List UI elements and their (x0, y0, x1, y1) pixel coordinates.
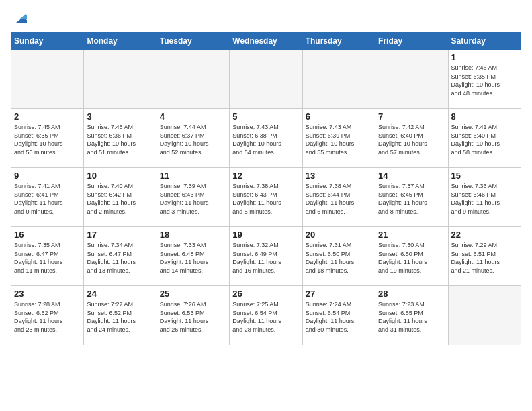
day-info: Sunrise: 7:30 AM Sunset: 6:50 PM Dayligh… (378, 241, 445, 275)
weekday-header-thursday: Thursday (302, 33, 375, 50)
day-info: Sunrise: 7:41 AM Sunset: 6:41 PM Dayligh… (14, 182, 81, 216)
day-info: Sunrise: 7:45 AM Sunset: 6:36 PM Dayligh… (87, 123, 153, 156)
calendar-cell (84, 50, 157, 109)
day-number: 14 (378, 171, 445, 181)
day-number: 21 (378, 230, 445, 240)
day-number: 11 (160, 171, 226, 181)
day-info: Sunrise: 7:42 AM Sunset: 6:40 PM Dayligh… (378, 123, 445, 156)
day-info: Sunrise: 7:35 AM Sunset: 6:47 PM Dayligh… (14, 241, 81, 275)
day-info: Sunrise: 7:23 AM Sunset: 6:55 PM Dayligh… (378, 300, 445, 334)
calendar-cell: 7Sunrise: 7:42 AM Sunset: 6:40 PM Daylig… (375, 109, 448, 168)
logo (11, 11, 27, 26)
day-number: 24 (87, 289, 153, 299)
calendar-cell: 26Sunrise: 7:25 AM Sunset: 6:54 PM Dayli… (230, 286, 302, 345)
day-info: Sunrise: 7:40 AM Sunset: 6:42 PM Dayligh… (87, 182, 153, 216)
calendar-cell: 2Sunrise: 7:45 AM Sunset: 6:35 PM Daylig… (11, 109, 84, 168)
day-info: Sunrise: 7:41 AM Sunset: 6:40 PM Dayligh… (451, 123, 518, 156)
day-number: 23 (14, 289, 81, 299)
day-info: Sunrise: 7:36 AM Sunset: 6:46 PM Dayligh… (451, 182, 518, 216)
weekday-header-monday: Monday (84, 33, 157, 50)
calendar-cell: 17Sunrise: 7:34 AM Sunset: 6:47 PM Dayli… (84, 227, 157, 286)
day-number: 5 (232, 111, 299, 122)
weekday-header-tuesday: Tuesday (157, 33, 229, 50)
day-info: Sunrise: 7:27 AM Sunset: 6:52 PM Dayligh… (87, 300, 153, 334)
calendar-cell: 4Sunrise: 7:44 AM Sunset: 6:37 PM Daylig… (157, 109, 229, 168)
calendar-cell: 11Sunrise: 7:39 AM Sunset: 6:43 PM Dayli… (157, 168, 229, 227)
day-number: 27 (306, 289, 372, 299)
calendar-table: SundayMondayTuesdayWednesdayThursdayFrid… (11, 32, 521, 345)
svg-marker-1 (20, 14, 27, 19)
calendar-cell: 22Sunrise: 7:29 AM Sunset: 6:51 PM Dayli… (448, 227, 521, 286)
day-info: Sunrise: 7:24 AM Sunset: 6:54 PM Dayligh… (306, 300, 372, 334)
calendar-cell (375, 50, 448, 109)
logo-icon (12, 11, 27, 26)
day-number: 7 (378, 111, 445, 122)
calendar-cell: 14Sunrise: 7:37 AM Sunset: 6:45 PM Dayli… (375, 168, 448, 227)
day-number: 3 (87, 111, 153, 122)
day-info: Sunrise: 7:45 AM Sunset: 6:35 PM Dayligh… (14, 123, 81, 156)
day-number: 1 (451, 52, 518, 62)
calendar-cell: 18Sunrise: 7:33 AM Sunset: 6:48 PM Dayli… (157, 227, 229, 286)
weekday-header-wednesday: Wednesday (230, 33, 302, 50)
day-info: Sunrise: 7:46 AM Sunset: 6:35 PM Dayligh… (451, 64, 518, 97)
day-number: 16 (14, 230, 81, 240)
calendar-cell: 3Sunrise: 7:45 AM Sunset: 6:36 PM Daylig… (84, 109, 157, 168)
day-info: Sunrise: 7:38 AM Sunset: 6:43 PM Dayligh… (232, 182, 299, 216)
calendar-cell: 10Sunrise: 7:40 AM Sunset: 6:42 PM Dayli… (84, 168, 157, 227)
day-info: Sunrise: 7:31 AM Sunset: 6:50 PM Dayligh… (306, 241, 372, 275)
day-info: Sunrise: 7:43 AM Sunset: 6:38 PM Dayligh… (232, 123, 299, 156)
day-number: 15 (451, 171, 518, 181)
day-number: 10 (87, 171, 153, 181)
day-number: 4 (160, 111, 226, 122)
day-number: 19 (232, 230, 299, 240)
day-number: 22 (451, 230, 518, 240)
week-row-5: 23Sunrise: 7:28 AM Sunset: 6:52 PM Dayli… (11, 286, 521, 345)
day-info: Sunrise: 7:32 AM Sunset: 6:49 PM Dayligh… (232, 241, 299, 275)
day-number: 2 (14, 111, 81, 122)
day-info: Sunrise: 7:38 AM Sunset: 6:44 PM Dayligh… (306, 182, 372, 216)
week-row-3: 9Sunrise: 7:41 AM Sunset: 6:41 PM Daylig… (11, 168, 521, 227)
week-row-4: 16Sunrise: 7:35 AM Sunset: 6:47 PM Dayli… (11, 227, 521, 286)
day-number: 6 (306, 111, 372, 122)
day-info: Sunrise: 7:43 AM Sunset: 6:39 PM Dayligh… (306, 123, 372, 156)
calendar-cell: 8Sunrise: 7:41 AM Sunset: 6:40 PM Daylig… (448, 109, 521, 168)
weekday-header-sunday: Sunday (11, 33, 84, 50)
day-number: 28 (378, 289, 445, 299)
week-row-1: 1Sunrise: 7:46 AM Sunset: 6:35 PM Daylig… (11, 50, 521, 109)
day-info: Sunrise: 7:33 AM Sunset: 6:48 PM Dayligh… (160, 241, 226, 275)
day-info: Sunrise: 7:26 AM Sunset: 6:53 PM Dayligh… (160, 300, 226, 334)
day-info: Sunrise: 7:39 AM Sunset: 6:43 PM Dayligh… (160, 182, 226, 216)
calendar-cell (448, 286, 521, 345)
calendar-cell (157, 50, 229, 109)
page-header (11, 11, 521, 26)
day-info: Sunrise: 7:34 AM Sunset: 6:47 PM Dayligh… (87, 241, 153, 275)
calendar-cell: 15Sunrise: 7:36 AM Sunset: 6:46 PM Dayli… (448, 168, 521, 227)
day-number: 26 (232, 289, 299, 299)
day-info: Sunrise: 7:44 AM Sunset: 6:37 PM Dayligh… (160, 123, 226, 156)
calendar-cell: 25Sunrise: 7:26 AM Sunset: 6:53 PM Dayli… (157, 286, 229, 345)
calendar-cell: 12Sunrise: 7:38 AM Sunset: 6:43 PM Dayli… (230, 168, 302, 227)
weekday-header-friday: Friday (375, 33, 448, 50)
week-row-2: 2Sunrise: 7:45 AM Sunset: 6:35 PM Daylig… (11, 109, 521, 168)
weekday-header-row: SundayMondayTuesdayWednesdayThursdayFrid… (11, 33, 521, 50)
calendar-cell: 9Sunrise: 7:41 AM Sunset: 6:41 PM Daylig… (11, 168, 84, 227)
day-number: 20 (306, 230, 372, 240)
day-info: Sunrise: 7:29 AM Sunset: 6:51 PM Dayligh… (451, 241, 518, 275)
day-number: 8 (451, 111, 518, 122)
calendar-cell: 16Sunrise: 7:35 AM Sunset: 6:47 PM Dayli… (11, 227, 84, 286)
calendar-cell: 13Sunrise: 7:38 AM Sunset: 6:44 PM Dayli… (302, 168, 375, 227)
day-info: Sunrise: 7:37 AM Sunset: 6:45 PM Dayligh… (378, 182, 445, 216)
calendar-cell (11, 50, 84, 109)
day-number: 17 (87, 230, 153, 240)
day-number: 18 (160, 230, 226, 240)
day-info: Sunrise: 7:25 AM Sunset: 6:54 PM Dayligh… (232, 300, 299, 334)
day-number: 25 (160, 289, 226, 299)
day-number: 9 (14, 171, 81, 181)
calendar-cell: 21Sunrise: 7:30 AM Sunset: 6:50 PM Dayli… (375, 227, 448, 286)
calendar-cell: 20Sunrise: 7:31 AM Sunset: 6:50 PM Dayli… (302, 227, 375, 286)
weekday-header-saturday: Saturday (448, 33, 521, 50)
calendar-cell: 24Sunrise: 7:27 AM Sunset: 6:52 PM Dayli… (84, 286, 157, 345)
day-info: Sunrise: 7:28 AM Sunset: 6:52 PM Dayligh… (14, 300, 81, 334)
calendar-cell: 28Sunrise: 7:23 AM Sunset: 6:55 PM Dayli… (375, 286, 448, 345)
calendar-cell: 19Sunrise: 7:32 AM Sunset: 6:49 PM Dayli… (230, 227, 302, 286)
